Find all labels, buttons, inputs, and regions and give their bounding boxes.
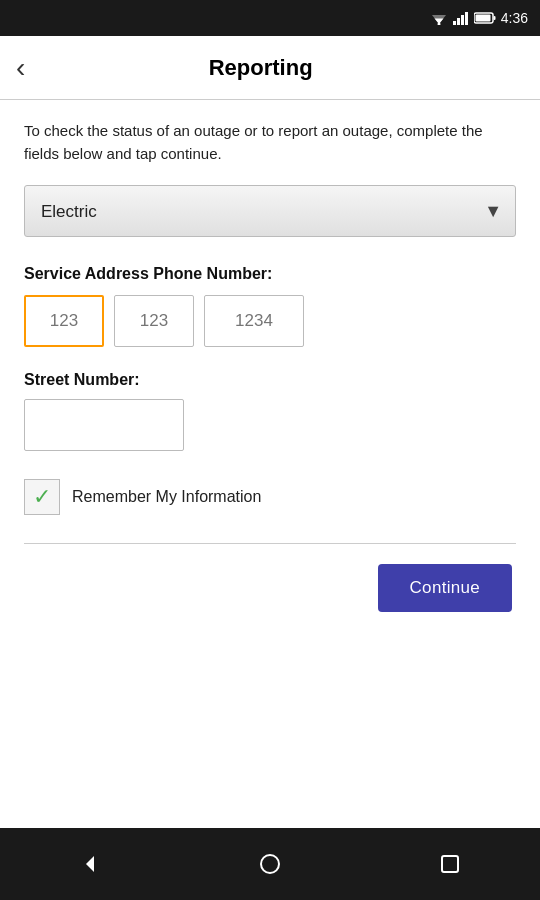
street-section-label: Street Number: bbox=[24, 371, 516, 389]
divider bbox=[24, 543, 516, 544]
bottom-nav-bar bbox=[0, 828, 540, 900]
wifi-icon bbox=[430, 11, 448, 25]
svg-rect-6 bbox=[465, 12, 468, 25]
back-button[interactable]: ‹ bbox=[16, 54, 25, 82]
description-text: To check the status of an outage or to r… bbox=[24, 120, 516, 165]
remember-row: ✓ Remember My Information bbox=[24, 479, 516, 515]
status-bar: 4:36 bbox=[0, 0, 540, 36]
continue-button[interactable]: Continue bbox=[378, 564, 512, 612]
svg-rect-4 bbox=[457, 18, 460, 25]
svg-rect-8 bbox=[475, 15, 490, 22]
battery-icon bbox=[474, 12, 496, 24]
phone-fields bbox=[24, 295, 516, 347]
svg-rect-9 bbox=[493, 16, 495, 20]
button-row: Continue bbox=[24, 564, 516, 612]
svg-rect-5 bbox=[461, 15, 464, 25]
back-nav-icon[interactable] bbox=[68, 842, 112, 886]
street-number-input[interactable] bbox=[24, 399, 184, 451]
phone-section: Service Address Phone Number: bbox=[24, 265, 516, 347]
nav-bar: ‹ Reporting bbox=[0, 36, 540, 100]
phone-prefix[interactable] bbox=[114, 295, 194, 347]
street-section: Street Number: bbox=[24, 371, 516, 479]
status-time: 4:36 bbox=[501, 10, 528, 26]
svg-rect-12 bbox=[442, 856, 458, 872]
remember-checkbox[interactable]: ✓ bbox=[24, 479, 60, 515]
svg-point-2 bbox=[437, 23, 440, 26]
service-type-dropdown[interactable]: Electric Gas Water bbox=[24, 185, 516, 237]
svg-point-11 bbox=[261, 855, 279, 873]
svg-rect-3 bbox=[453, 21, 456, 25]
phone-number[interactable] bbox=[204, 295, 304, 347]
page-title: Reporting bbox=[33, 55, 488, 81]
remember-label: Remember My Information bbox=[72, 488, 261, 506]
phone-section-label: Service Address Phone Number: bbox=[24, 265, 516, 283]
dropdown-wrapper: Electric Gas Water ▼ bbox=[24, 185, 516, 237]
checkmark-icon: ✓ bbox=[33, 486, 51, 508]
main-content: To check the status of an outage or to r… bbox=[0, 100, 540, 828]
signal-icon bbox=[453, 11, 469, 25]
recents-nav-icon[interactable] bbox=[428, 842, 472, 886]
phone-area-code[interactable] bbox=[24, 295, 104, 347]
home-nav-icon[interactable] bbox=[248, 842, 292, 886]
svg-marker-10 bbox=[86, 856, 94, 872]
status-icons: 4:36 bbox=[430, 10, 528, 26]
